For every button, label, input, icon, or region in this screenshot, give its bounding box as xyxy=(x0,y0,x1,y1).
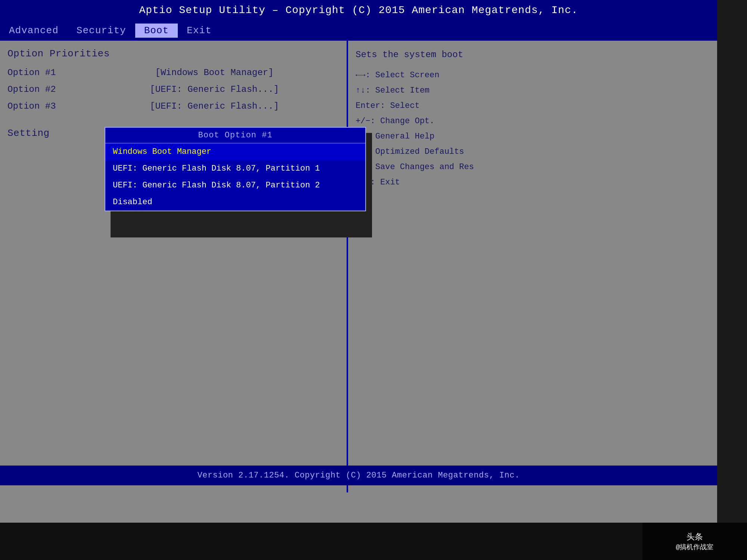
option-row-1[interactable]: Option #1 [Windows Boot Manager] xyxy=(7,66,339,79)
option-2-value: [UEFI: Generic Flash...] xyxy=(90,84,339,94)
option-3-label: Option #3 xyxy=(7,101,90,111)
key-desc-change: Change Opt. xyxy=(380,116,434,126)
section-title: Option Priorities xyxy=(7,48,339,59)
key-help-select-item: ↑↓: Select Item xyxy=(356,84,710,97)
key-desc-screen: Select Screen xyxy=(375,71,440,80)
key-help-section: ←→: Select Screen ↑↓: Select Item Enter:… xyxy=(356,69,710,189)
option-3-value: [UEFI: Generic Flash...] xyxy=(90,101,339,111)
watermark: 头条 @搞机作战室 xyxy=(642,523,747,560)
watermark-line2: @搞机作战室 xyxy=(676,542,714,551)
right-panel: Sets the system boot ←→: Select Screen ↑… xyxy=(347,41,717,492)
key-help-f1: F1: General Help xyxy=(356,130,710,143)
menu-item-boot[interactable]: Boot xyxy=(135,24,178,38)
popup-option-1[interactable]: Windows Boot Manager xyxy=(105,143,365,160)
option-2-label: Option #2 xyxy=(7,84,90,94)
menu-item-exit[interactable]: Exit xyxy=(178,24,220,38)
popup-option-3[interactable]: UEFI: Generic Flash Disk 8.07, Partition… xyxy=(105,177,365,194)
popup-box[interactable]: Boot Option #1 Windows Boot Manager UEFI… xyxy=(105,127,366,211)
option-row-2[interactable]: Option #2 [UEFI: Generic Flash...] xyxy=(7,83,339,96)
bios-screen: Aptio Setup Utility – Copyright (C) 2015… xyxy=(0,0,717,523)
key-plusminus: +/−: xyxy=(356,116,380,126)
key-help-esc: ESC: Exit xyxy=(356,176,710,189)
key-help-f4: F4: Save Changes and Res xyxy=(356,161,710,173)
key-updown: ↑↓: xyxy=(356,86,375,95)
key-help-enter: Enter: Select xyxy=(356,100,710,112)
key-desc-f1: General Help xyxy=(375,132,434,141)
option-row-3[interactable]: Option #3 [UEFI: Generic Flash...] xyxy=(7,100,339,113)
key-desc-enter: Select xyxy=(390,101,419,111)
option-1-label: Option #1 xyxy=(7,68,90,78)
key-help-select-screen: ←→: Select Screen xyxy=(356,69,710,81)
key-desc-f3: Optimized Defaults xyxy=(375,147,464,156)
watermark-line1: 头条 xyxy=(686,531,703,542)
key-enter-label: Enter: xyxy=(356,101,390,111)
menu-item-advanced[interactable]: Advanced xyxy=(0,24,68,38)
menu-bar[interactable]: Advanced Security Boot Exit xyxy=(0,21,717,41)
key-desc-item: Select Item xyxy=(375,86,430,95)
bottom-bar: Version 2.17.1254. Copyright (C) 2015 Am… xyxy=(0,466,717,485)
left-panel: Option Priorities Option #1 [Windows Boo… xyxy=(0,41,347,492)
key-desc-f4: Save Changes and Res xyxy=(375,162,474,172)
menu-item-security[interactable]: Security xyxy=(68,24,135,38)
popup-option-2[interactable]: UEFI: Generic Flash Disk 8.07, Partition… xyxy=(105,160,365,177)
popup-title: Boot Option #1 xyxy=(105,128,365,143)
key-help-f3: F3: Optimized Defaults xyxy=(356,146,710,158)
title-bar: Aptio Setup Utility – Copyright (C) 2015… xyxy=(0,0,717,21)
key-arrows: ←→: xyxy=(356,71,375,80)
popup-overlay[interactable]: Boot Option #1 Windows Boot Manager UEFI… xyxy=(105,127,366,211)
title-text: Aptio Setup Utility – Copyright (C) 2015… xyxy=(139,4,578,16)
bottom-black-bar: 头条 @搞机作战室 xyxy=(0,523,747,560)
key-desc-esc: Exit xyxy=(380,178,400,187)
main-content: Option Priorities Option #1 [Windows Boo… xyxy=(0,41,717,492)
popup-option-4[interactable]: Disabled xyxy=(105,194,365,211)
help-text: Sets the system boot xyxy=(356,48,710,62)
bottom-bar-text: Version 2.17.1254. Copyright (C) 2015 Am… xyxy=(197,471,520,480)
option-1-value: [Windows Boot Manager] xyxy=(90,68,339,78)
key-help-change: +/−: Change Opt. xyxy=(356,115,710,127)
